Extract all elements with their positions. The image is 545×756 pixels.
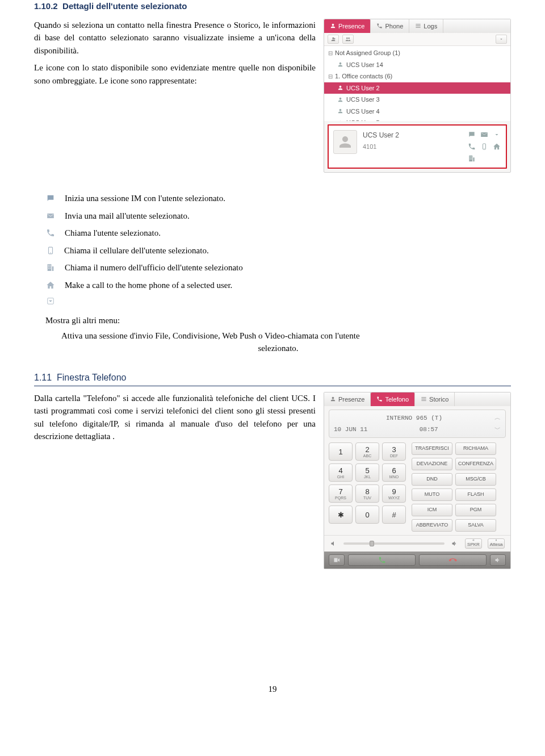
hangup-button[interactable] bbox=[419, 554, 487, 566]
fn-pgm[interactable]: PGM bbox=[455, 504, 496, 516]
presence-toolbar bbox=[324, 33, 510, 46]
up-arrow-icon[interactable]: ︿ bbox=[494, 413, 501, 423]
fn-dnd[interactable]: DND bbox=[412, 473, 452, 486]
phone-paragraph: Dalla cartella "Telefono" si accede alle… bbox=[34, 392, 316, 570]
detail-ext: 4101 bbox=[363, 142, 462, 152]
key-9[interactable]: 9WXYZ bbox=[382, 484, 406, 503]
action-more bbox=[45, 296, 511, 306]
action-im: Inizia una sessione IM con l'utente sele… bbox=[45, 192, 511, 205]
action-mail: Invia una mail all'utente selezionato. bbox=[45, 210, 511, 223]
call-icon[interactable] bbox=[467, 142, 476, 151]
home-icon[interactable] bbox=[492, 142, 501, 151]
action-call: Chiama l'utente selezionato. bbox=[45, 227, 511, 240]
detail-name: UCS User 2 bbox=[363, 130, 462, 140]
tab-presence-label: Presence bbox=[338, 22, 364, 31]
key-5[interactable]: 5JKL bbox=[355, 463, 379, 482]
tab-storico[interactable]: Storico bbox=[415, 392, 455, 407]
key-✱[interactable]: ✱ bbox=[329, 506, 353, 524]
fn-deviazione[interactable]: DEVIAZIONE bbox=[412, 458, 452, 470]
down-arrow-icon[interactable]: ﹀ bbox=[494, 425, 501, 435]
lcd-date: 10 JUN 11 bbox=[334, 425, 367, 435]
tab-phone-label: Phone bbox=[385, 22, 403, 31]
fn-flash[interactable]: FLASH bbox=[455, 488, 496, 501]
tab-phone[interactable]: Phone bbox=[371, 19, 409, 34]
volume-row: SPKR Attesa bbox=[324, 535, 510, 552]
key-7[interactable]: 7PQRS bbox=[329, 484, 353, 503]
group-not-assigned[interactable]: ⊟Not Assigned Group (1) bbox=[324, 47, 510, 59]
other-menu-title: Mostra gli altri menu: bbox=[45, 314, 511, 327]
mobile-icon bbox=[45, 245, 56, 256]
lcd-time: 08:57 bbox=[420, 425, 438, 435]
section-number: 1.10.2 bbox=[34, 1, 58, 11]
tab-presenze[interactable]: Presenze bbox=[324, 392, 371, 407]
action-home: Make a call to the home phone of a selec… bbox=[45, 279, 511, 292]
dropdown-button[interactable] bbox=[496, 35, 507, 44]
fn-trasferisci[interactable]: TRASFERISCI bbox=[412, 442, 452, 455]
chevron-down-icon bbox=[45, 296, 56, 306]
list-item[interactable]: UCS User 5 bbox=[324, 117, 510, 121]
speaker-high-icon bbox=[450, 540, 459, 547]
group-office[interactable]: ⊟1. Office contacts (6) bbox=[324, 70, 510, 82]
user-icon bbox=[337, 107, 344, 115]
list-item[interactable]: UCS User 3 bbox=[324, 94, 510, 106]
fn-conferenza[interactable]: CONFERENZA bbox=[455, 458, 496, 470]
person-icon bbox=[330, 396, 336, 402]
person-icon bbox=[330, 23, 336, 29]
subsection-title: Finestra Telefono bbox=[57, 373, 126, 382]
action-office: Chiama il numero dell'ufficio dell'utent… bbox=[45, 261, 511, 274]
fn-salva[interactable]: SALVA bbox=[455, 519, 496, 532]
avatar bbox=[333, 130, 357, 154]
fn-abbreviato[interactable]: ABBREVIATO bbox=[412, 519, 452, 532]
svg-point-3 bbox=[50, 252, 51, 253]
intro-paragraph-1: Quando si seleziona un contatto nella fi… bbox=[34, 19, 316, 57]
list-item[interactable]: UCS User 14 bbox=[324, 59, 510, 71]
list-item-selected[interactable]: UCS User 2 bbox=[324, 82, 510, 94]
mail-icon[interactable] bbox=[480, 130, 489, 139]
svg-point-1 bbox=[484, 148, 485, 149]
tab-logs[interactable]: Logs bbox=[409, 19, 443, 34]
user-icon bbox=[337, 61, 344, 68]
fn-icm[interactable]: ICM bbox=[412, 504, 452, 516]
lcd-display: INTERNO 965 (T)︿ 10 JUN 1108:57﹀ bbox=[329, 410, 506, 438]
more-icon[interactable] bbox=[492, 130, 501, 139]
mobile-icon[interactable] bbox=[480, 142, 489, 151]
lcd-line1: INTERNO 965 (T) bbox=[334, 413, 494, 423]
office-icon[interactable] bbox=[467, 154, 476, 163]
key-4[interactable]: 4GHI bbox=[329, 463, 353, 482]
key-6[interactable]: 6MNO bbox=[382, 463, 406, 482]
phone-icon bbox=[376, 396, 383, 402]
list-item[interactable]: UCS User 4 bbox=[324, 106, 510, 118]
key-3[interactable]: 3DEF bbox=[382, 442, 406, 461]
pickup-button[interactable] bbox=[348, 554, 416, 566]
fn-richiama[interactable]: RICHIAMA bbox=[455, 442, 496, 455]
tab-telefono[interactable]: Telefono bbox=[371, 392, 415, 407]
spkr-button[interactable]: SPKR bbox=[465, 538, 482, 549]
presence-tabs: Presence Phone Logs bbox=[324, 19, 510, 34]
im-icon[interactable] bbox=[467, 130, 476, 139]
page-number: 19 bbox=[34, 683, 511, 696]
function-keys: TRASFERISCIRICHIAMADEVIAZIONECONFERENZAD… bbox=[412, 442, 496, 532]
video-button[interactable] bbox=[329, 554, 345, 566]
phone-tabs: Presenze Telefono Storico bbox=[324, 392, 510, 407]
speaker-button[interactable] bbox=[490, 554, 506, 566]
action-mobile: Chiama il cellulare dell'utente selezion… bbox=[45, 244, 511, 257]
hold-button[interactable]: Attesa bbox=[488, 538, 505, 549]
fn-muto[interactable]: MUTO bbox=[412, 488, 452, 501]
call-icon bbox=[45, 228, 56, 238]
bottom-bar bbox=[324, 552, 510, 569]
presence-panel: Presence Phone Logs ⊟Not Assigned Group … bbox=[324, 19, 511, 173]
subsection-number: 1.11 bbox=[34, 373, 52, 382]
tab-presence[interactable]: Presence bbox=[324, 19, 371, 34]
volume-slider[interactable] bbox=[343, 542, 445, 545]
key-1[interactable]: 1 bbox=[329, 442, 353, 461]
other-menu-line1: Attiva una sessione d'invio File, Condiv… bbox=[61, 329, 511, 343]
tab-logs-label: Logs bbox=[424, 22, 437, 31]
add-group-button[interactable] bbox=[342, 35, 354, 44]
key-8[interactable]: 8TUV bbox=[355, 484, 379, 503]
key-0[interactable]: 0 bbox=[355, 506, 379, 524]
fn-msg/cb[interactable]: MSG/CB bbox=[455, 473, 496, 486]
key-2[interactable]: 2ABC bbox=[355, 442, 379, 461]
key-#[interactable]: # bbox=[382, 506, 406, 524]
add-user-button[interactable] bbox=[328, 35, 339, 44]
keypad: 12ABC3DEF4GHI5JKL6MNO7PQRS8TUV9WXYZ✱0# bbox=[329, 442, 406, 532]
